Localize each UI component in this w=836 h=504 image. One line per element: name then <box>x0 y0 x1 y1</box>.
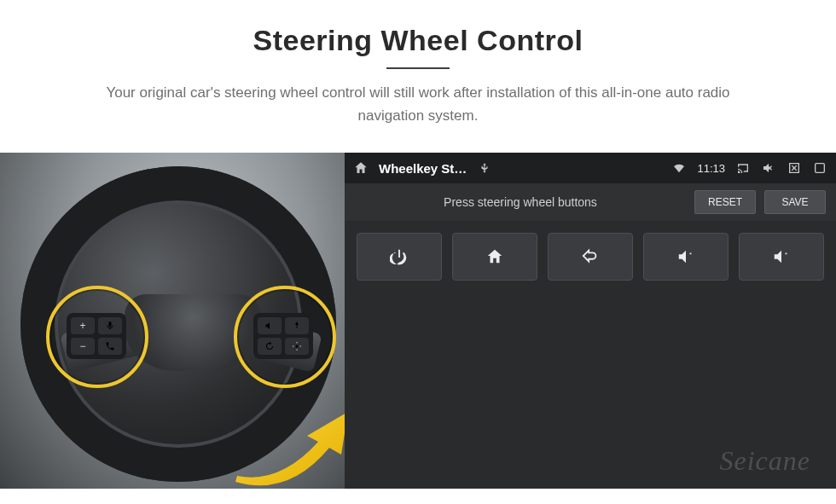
svg-rect-1 <box>816 164 825 173</box>
page-title: Steering Wheel Control <box>34 24 802 57</box>
save-button[interactable]: SAVE <box>764 190 826 214</box>
illustration-stage: + − <box>0 153 836 489</box>
volume-up-icon <box>676 247 696 266</box>
tile-volume-up-2[interactable] <box>739 233 824 281</box>
close-icon[interactable] <box>787 160 802 176</box>
reset-button[interactable]: RESET <box>694 190 756 214</box>
app-title: Wheelkey St… <box>379 161 467 176</box>
tile-back[interactable] <box>548 233 633 281</box>
recents-icon[interactable] <box>812 160 827 176</box>
home-icon <box>485 247 504 266</box>
highlight-circle-left <box>46 286 148 388</box>
wifi-icon <box>671 160 687 176</box>
power-icon <box>390 247 409 266</box>
steering-wheel: + − <box>20 166 336 482</box>
usb-icon <box>477 160 492 176</box>
title-divider <box>386 67 450 69</box>
highlight-circle-right <box>234 286 336 388</box>
tile-home[interactable] <box>452 233 537 281</box>
home-icon[interactable] <box>353 160 369 176</box>
status-bar: Wheelkey St… 11:13 <box>345 153 836 183</box>
tile-volume-up-1[interactable] <box>643 233 729 281</box>
brand-watermark: Seicane <box>720 445 811 477</box>
assignment-tiles <box>345 221 836 281</box>
prompt-text: Press steering wheel buttons <box>355 195 686 209</box>
headunit-screenshot: Wheelkey St… 11:13 Press st <box>345 153 836 489</box>
page-subtitle: Your original car's steering wheel contr… <box>85 81 751 127</box>
steering-wheel-photo: + − <box>0 153 345 489</box>
tile-power[interactable] <box>357 233 442 281</box>
back-icon <box>580 247 601 266</box>
clock: 11:13 <box>697 162 725 175</box>
volume-up-icon <box>771 247 792 266</box>
toolbar: Press steering wheel buttons RESET SAVE <box>345 183 836 221</box>
cast-icon[interactable] <box>735 160 751 176</box>
mute-icon[interactable] <box>761 160 776 176</box>
